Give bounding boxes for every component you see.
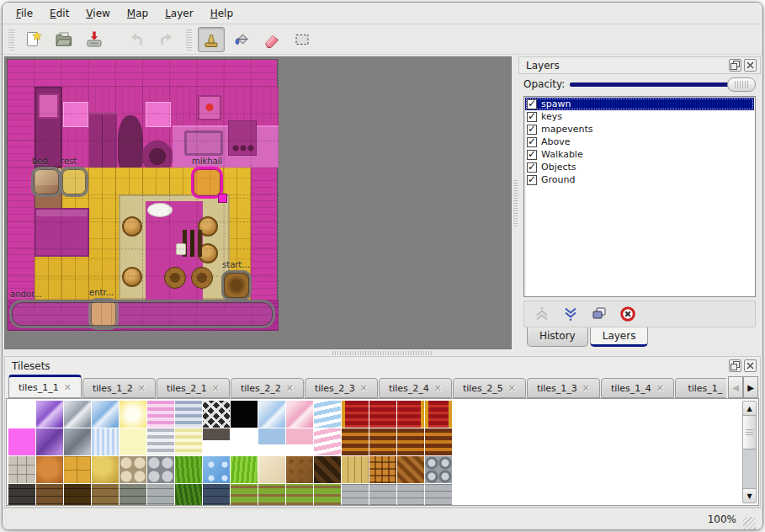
tileset-tile[interactable]	[175, 484, 202, 506]
horizontal-splitter[interactable]	[3, 349, 762, 356]
tileset-tile[interactable]	[36, 428, 63, 455]
tileset-tile[interactable]	[175, 401, 202, 428]
rect-select-button[interactable]	[289, 27, 316, 52]
tileset-tile[interactable]	[92, 428, 119, 455]
tileset-tile[interactable]	[147, 401, 174, 428]
tileset-tile[interactable]	[369, 401, 396, 428]
layer-row[interactable]: Above	[525, 136, 754, 148]
tileset-tile[interactable]	[425, 456, 452, 483]
tileset-tile[interactable]	[92, 401, 119, 428]
close-dock-button[interactable]	[744, 59, 757, 72]
tab-close-icon[interactable]	[212, 383, 220, 394]
tileset-tile[interactable]	[92, 484, 119, 506]
scroll-tabs-right-button[interactable]: ▶	[743, 376, 758, 398]
delete-layer-button[interactable]	[617, 303, 639, 325]
tileset-tile[interactable]	[286, 484, 313, 506]
map-object[interactable]: rest	[60, 167, 88, 197]
lower-layer-button[interactable]	[560, 303, 582, 325]
tileset-tab[interactable]: tiles_1_	[675, 378, 726, 398]
undo-button[interactable]	[123, 27, 150, 52]
tileset-tile[interactable]	[64, 401, 91, 428]
tileset-tile[interactable]	[342, 428, 369, 455]
layer-row[interactable]: Walkable	[525, 148, 754, 161]
tileset-tile[interactable]	[203, 484, 230, 506]
slider-handle[interactable]	[727, 77, 756, 92]
toolbar-drag-handle[interactable]	[186, 29, 192, 51]
tileset-tile[interactable]	[397, 428, 424, 455]
raise-layer-button[interactable]	[531, 303, 553, 325]
tileset-tile[interactable]	[342, 401, 369, 428]
save-map-button[interactable]	[81, 27, 108, 52]
tileset-tile[interactable]	[203, 401, 230, 428]
map-object[interactable]: start...	[221, 270, 252, 301]
layer-row[interactable]: mapevents	[525, 123, 754, 136]
tab-close-icon[interactable]	[286, 383, 294, 394]
tileset-tab[interactable]: tiles_2_1	[157, 378, 230, 398]
tileset-tile[interactable]	[286, 401, 313, 428]
tileset-tile[interactable]	[92, 456, 119, 483]
tileset-tile[interactable]	[8, 401, 35, 428]
tileset-tile[interactable]	[231, 401, 258, 428]
tileset-tile[interactable]	[120, 484, 146, 506]
layer-visibility-checkbox[interactable]	[527, 125, 537, 135]
menu-item[interactable]: Help	[202, 4, 242, 23]
layer-row[interactable]: spawn	[525, 98, 754, 110]
map-canvas[interactable]: bed rest mikhail start... entr... andor.…	[7, 59, 278, 330]
tileset-tile[interactable]	[342, 484, 369, 506]
tileset-tile[interactable]	[120, 401, 146, 428]
tileset-tile[interactable]	[120, 428, 146, 455]
tileset-tile[interactable]	[231, 428, 258, 455]
tileset-tile[interactable]	[64, 428, 91, 455]
tileset-tile[interactable]	[36, 401, 63, 428]
resize-handle[interactable]	[218, 194, 227, 203]
tileset-tab[interactable]: tiles_1_3	[527, 378, 600, 398]
tileset-tile[interactable]	[64, 456, 91, 483]
tileset-tile[interactable]	[397, 484, 424, 506]
resize-grip[interactable]	[743, 517, 756, 529]
tileset-tile[interactable]	[8, 428, 35, 455]
menu-item[interactable]: View	[77, 4, 118, 23]
tileset-tile[interactable]	[231, 456, 258, 483]
map-object[interactable]: andor...	[9, 300, 275, 328]
tab-close-icon[interactable]	[434, 383, 442, 394]
tileset-tile[interactable]	[175, 456, 202, 483]
menu-item[interactable]: Map	[119, 4, 157, 23]
stamp-brush-button[interactable]	[198, 27, 225, 52]
tileset-tile[interactable]	[36, 484, 63, 506]
tileset-tile[interactable]	[369, 456, 396, 483]
dock-tab[interactable]: History	[527, 327, 588, 347]
layer-visibility-checkbox[interactable]	[527, 150, 537, 160]
tileset-tile[interactable]	[147, 428, 174, 455]
tab-close-icon[interactable]	[64, 382, 72, 393]
tileset-tile[interactable]	[147, 484, 174, 506]
palette-scrollbar[interactable]: ▲ ▼	[742, 401, 757, 503]
tileset-tile[interactable]	[314, 401, 341, 428]
tileset-tile[interactable]	[147, 456, 174, 483]
tileset-tile[interactable]	[425, 484, 452, 506]
tileset-tile[interactable]	[231, 484, 258, 506]
tab-close-icon[interactable]	[138, 383, 146, 394]
tab-close-icon[interactable]	[508, 383, 516, 394]
tileset-tile[interactable]	[314, 456, 341, 483]
tileset-tab[interactable]: tiles_1_1	[8, 375, 82, 398]
redo-button[interactable]	[153, 27, 180, 52]
tileset-tile[interactable]	[314, 428, 341, 455]
tileset-tile[interactable]	[286, 428, 313, 455]
menu-item[interactable]: Edit	[41, 4, 77, 23]
float-dock-button[interactable]	[729, 59, 741, 72]
tileset-tile[interactable]	[425, 401, 452, 428]
tileset-tile[interactable]	[397, 401, 424, 428]
tileset-palette[interactable]: ▲ ▼	[6, 398, 759, 506]
dock-tab[interactable]: Layers	[590, 327, 649, 347]
duplicate-layer-button[interactable]	[588, 303, 610, 325]
tileset-tile[interactable]	[397, 456, 424, 483]
layer-list[interactable]: spawn keys mapevents Above Walkable Obje…	[523, 96, 756, 297]
tileset-tile[interactable]	[8, 484, 35, 506]
opacity-slider[interactable]	[570, 77, 756, 92]
tab-close-icon[interactable]	[656, 383, 664, 394]
tileset-tile[interactable]	[175, 428, 202, 455]
tileset-tile[interactable]	[342, 456, 369, 483]
tileset-tile[interactable]	[258, 428, 285, 455]
scroll-tabs-left-button[interactable]: ◀	[728, 376, 743, 398]
bucket-fill-button[interactable]	[228, 27, 255, 52]
